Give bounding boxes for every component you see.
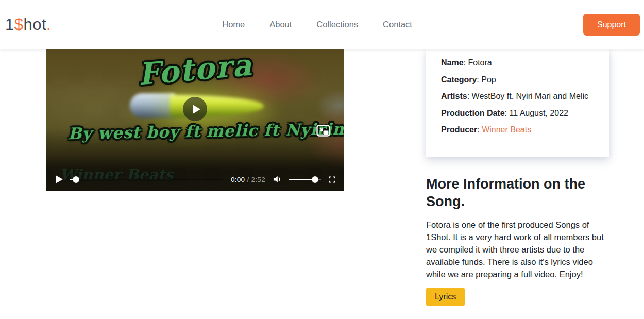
nav-item-collections[interactable]: Collections (316, 20, 358, 29)
info-separator: : (477, 125, 482, 134)
producer-link[interactable]: Winner Beats (482, 125, 531, 134)
play-button[interactable] (56, 175, 63, 183)
info-row-artists: Artists: WestBoy ft. Nyiri Mari and Meli… (441, 91, 595, 102)
info-label: Production Date (441, 109, 505, 117)
info-separator: : (467, 92, 472, 100)
current-time: 0:00 (231, 176, 245, 183)
volume-icon (272, 174, 282, 184)
video-controls-bar: 0:00 / 2:52 (46, 167, 344, 191)
seek-bar-handle[interactable] (73, 176, 79, 183)
duration: 2:52 (251, 176, 265, 183)
more-info-heading: More Information on the Song. (426, 175, 601, 210)
support-button[interactable]: Support (583, 14, 640, 36)
play-icon (193, 105, 200, 114)
song-info-card: Name: Fotora Category: Pop Artists: West… (426, 49, 609, 157)
main-nav: Home About Collections Contact (51, 20, 583, 29)
info-label: Artists (441, 92, 467, 100)
time-separator: / (245, 176, 251, 183)
seek-bar[interactable] (70, 179, 224, 180)
time-display: 0:00 / 2:52 (231, 176, 265, 183)
video-player[interactable]: Fotora By west boy ft melic ft Nyirimari… (46, 49, 344, 191)
logo-dot: . (46, 15, 51, 33)
info-label: Producer (441, 125, 477, 134)
info-label: Name (441, 58, 464, 67)
logo-text: 1 (5, 15, 14, 33)
info-row-producer: Producer: Winner Beats (441, 124, 595, 135)
info-row-production-date: Production Date: 11 August, 2022 (441, 108, 595, 119)
video-subtitle-overlay: By west boy ft melic ft Nyirimari (68, 119, 344, 143)
picture-in-picture-icon (316, 125, 330, 137)
logo-text: hot (24, 15, 47, 33)
info-value: Pop (481, 75, 496, 84)
info-separator: : (477, 75, 481, 84)
play-overlay-button[interactable] (183, 97, 207, 121)
info-value: WestBoy ft. Nyiri Mari and Melic (472, 92, 588, 100)
picture-in-picture-button[interactable] (316, 125, 330, 137)
volume-slider[interactable] (289, 179, 321, 180)
info-row-category: Category: Pop (441, 74, 595, 85)
fullscreen-icon (328, 175, 336, 184)
song-details-column: Name: Fotora Category: Pop Artists: West… (426, 49, 609, 306)
site-logo[interactable]: 1$hot. (5, 15, 51, 34)
mute-button[interactable] (272, 174, 282, 184)
volume-handle[interactable] (312, 176, 318, 183)
video-title-overlay: Fotora (137, 49, 253, 92)
more-info-paragraph: Fotora is one of the first produced Song… (426, 219, 609, 280)
fullscreen-button[interactable] (328, 175, 336, 184)
nav-item-contact[interactable]: Contact (383, 20, 412, 29)
video-thumbnail-bullet-casing (130, 93, 175, 118)
lyrics-button[interactable]: Lyrics (426, 288, 465, 306)
info-value: Fotora (468, 58, 492, 67)
site-header: 1$hot. Home About Collections Contact Su… (0, 0, 644, 49)
info-value: 11 August, 2022 (509, 109, 568, 117)
info-label: Category (441, 75, 477, 84)
info-row-name: Name: Fotora (441, 57, 595, 68)
nav-item-about[interactable]: About (269, 20, 292, 29)
nav-item-home[interactable]: Home (222, 20, 245, 29)
logo-dollar: $ (14, 15, 24, 33)
